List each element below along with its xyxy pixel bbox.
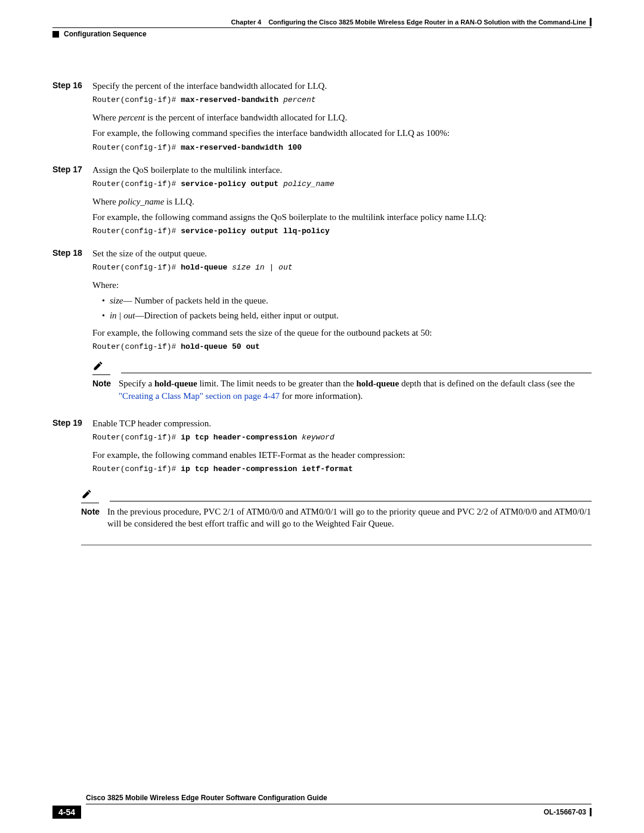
- note-label: Note: [81, 506, 107, 530]
- step-label: Step 16: [52, 80, 92, 159]
- cmd-arg: size in | out: [232, 263, 292, 272]
- step-label: Step 17: [52, 164, 92, 243]
- cmd-keyword: ip tcp header-compression: [181, 433, 302, 442]
- example-text: For example, the following command enabl…: [92, 449, 592, 461]
- arg-name: policy_name: [119, 197, 165, 206]
- step-intro: Specify the percent of the interface ban…: [92, 80, 592, 92]
- section-title: Configuration Sequence: [64, 30, 147, 38]
- header-rule: [52, 27, 592, 28]
- note-text: In the previous procedure, PVC 2/1 of AT…: [107, 506, 592, 530]
- cmd-prompt: Router(config-if)#: [92, 263, 181, 272]
- list-item: size— Number of packets held in the queu…: [102, 295, 592, 307]
- cmd-keyword: hold-queue 50 out: [181, 342, 260, 351]
- command-line: Router(config-if)# ip tcp header-compres…: [92, 433, 592, 443]
- text: — Number of packets held in the queue.: [123, 296, 268, 305]
- arg-name: in | out: [110, 311, 135, 320]
- step-intro: Set the size of the output queue.: [92, 247, 592, 259]
- cmd-keyword: max-reserved-bandwidth 100: [181, 143, 302, 152]
- cmd-arg: keyword: [302, 433, 335, 442]
- command-line: Router(config-if)# service-policy output…: [92, 227, 592, 237]
- command-line: Router(config-if)# hold-queue size in | …: [92, 263, 592, 273]
- section-end-rule: [81, 544, 592, 546]
- step-intro: Enable TCP header compression.: [92, 417, 592, 429]
- page-header: Chapter 4 Configuring the Cisco 3825 Mob…: [52, 18, 592, 26]
- text: Specify a: [119, 379, 154, 388]
- page-number: 4-54: [52, 806, 81, 819]
- text: for more information).: [280, 391, 363, 401]
- text: Where: [92, 113, 119, 122]
- note-text: Specify a hold-queue limit. The limit ne…: [119, 377, 592, 402]
- footer-rule: [86, 804, 592, 804]
- footer-bar-icon: [590, 808, 592, 816]
- command-line: Router(config-if)# max-reserved-bandwidt…: [92, 143, 592, 153]
- section-marker-icon: [52, 31, 59, 38]
- cmd-keyword: service-policy output: [181, 179, 283, 188]
- cmd-prompt: Router(config-if)#: [92, 179, 181, 188]
- cmd-keyword: max-reserved-bandwith: [181, 95, 283, 104]
- step-17: Step 17 Assign the QoS boilerplate to th…: [52, 164, 592, 243]
- note-block: Note Specify a hold-queue limit. The lim…: [92, 360, 592, 402]
- subheader: Configuration Sequence: [52, 30, 592, 38]
- example-text: For example, the following command speci…: [92, 127, 592, 139]
- command-line: Router(config-if)# hold-queue 50 out: [92, 342, 592, 352]
- cmd-prompt: Router(config-if)#: [92, 433, 181, 442]
- where-label: Where:: [92, 279, 592, 291]
- cmd-keyword: hold-queue: [181, 263, 232, 272]
- text: is the percent of interface bandwidth al…: [145, 113, 347, 122]
- cmd-prompt: Router(config-if)#: [92, 465, 181, 473]
- step-label: Step 19: [52, 417, 92, 481]
- cmd-keyword: service-policy output llq-policy: [181, 227, 330, 236]
- text: is LLQ.: [164, 197, 194, 206]
- cmd-prompt: Router(config-if)#: [92, 227, 181, 236]
- text: Where: [92, 197, 119, 206]
- header-bar-icon: [590, 18, 592, 26]
- cmd-prompt: Router(config-if)#: [92, 95, 181, 104]
- text: depth that is defined on the default cla…: [399, 379, 575, 388]
- command-line: Router(config-if)# ip tcp header-compres…: [92, 465, 592, 475]
- bold-text: hold-queue: [154, 379, 197, 388]
- guide-title: Cisco 3825 Mobile Wireless Edge Router S…: [86, 794, 592, 802]
- example-text: For example, the following command sets …: [92, 327, 592, 339]
- main-content: Step 16 Specify the percent of the inter…: [52, 80, 592, 546]
- step-16: Step 16 Specify the percent of the inter…: [52, 80, 592, 159]
- pencil-icon: [92, 360, 104, 374]
- cmd-keyword: ip tcp header-compression ietf-format: [181, 465, 353, 473]
- bold-text: hold-queue: [356, 379, 399, 388]
- note-label: Note: [92, 377, 119, 402]
- step-19: Step 19 Enable TCP header compression. R…: [52, 417, 592, 481]
- note-block-final: Note In the previous procedure, PVC 2/1 …: [81, 488, 592, 530]
- chapter-title: Configuring the Cisco 3825 Mobile Wirele…: [268, 18, 586, 26]
- step-label: Step 18: [52, 247, 92, 413]
- list-item: in | out—Direction of packets being held…: [102, 309, 592, 322]
- command-line: Router(config-if)# service-policy output…: [92, 179, 592, 190]
- text: —Direction of packets being held, either…: [135, 311, 339, 320]
- text: limit. The limit needs to be greater tha…: [197, 379, 357, 388]
- example-text: For example, the following command assig…: [92, 211, 592, 223]
- command-line: Router(config-if)# max-reserved-bandwith…: [92, 95, 592, 106]
- step-intro: Assign the QoS boilerplate to the multil…: [92, 164, 592, 176]
- where-clause: Where policy_name is LLQ.: [92, 196, 592, 208]
- cmd-arg: percent: [283, 95, 316, 104]
- cmd-arg: policy_name: [283, 179, 335, 188]
- document-id: OL-15667-03: [544, 808, 586, 816]
- step-18: Step 18 Set the size of the output queue…: [52, 247, 592, 413]
- cmd-prompt: Router(config-if)#: [92, 143, 181, 152]
- bullet-list: size— Number of packets held in the queu…: [102, 295, 592, 322]
- arg-name: size: [110, 296, 123, 305]
- chapter-number: Chapter 4: [231, 18, 261, 26]
- arg-name: percent: [119, 113, 145, 122]
- cmd-prompt: Router(config-if)#: [92, 342, 181, 351]
- pencil-icon: [81, 488, 93, 502]
- page-footer: Cisco 3825 Mobile Wireless Edge Router S…: [52, 794, 592, 819]
- cross-reference-link[interactable]: "Creating a Class Map" section on page 4…: [119, 391, 280, 401]
- where-clause: Where percent is the percent of interfac…: [92, 112, 592, 123]
